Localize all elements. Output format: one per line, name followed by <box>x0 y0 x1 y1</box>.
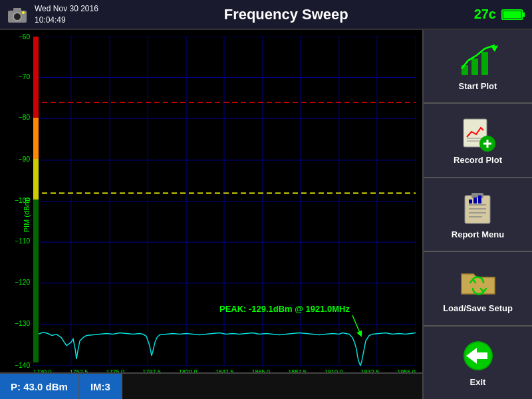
svg-text:PEAK: -129.1dBm @ 1921.0MHz: PEAK: -129.1dBm @ 1921.0MHz <box>219 304 350 314</box>
load-save-setup-icon <box>458 264 498 301</box>
svg-rect-54 <box>473 198 477 203</box>
report-menu-icon <box>458 190 498 227</box>
topbar-right: 27c <box>474 7 525 22</box>
chart-container: PEAK: -129.1dBm @ 1921.0MHz −60 −70 −80 … <box>33 37 416 366</box>
svg-rect-6 <box>523 12 525 17</box>
svg-rect-7 <box>503 11 521 18</box>
svg-point-4 <box>22 11 25 14</box>
svg-rect-38 <box>471 59 478 75</box>
report-menu-label: Report Menu <box>452 229 504 239</box>
date: Wed Nov 30 2016 <box>35 3 98 15</box>
start-plot-label: Start Plot <box>459 81 497 91</box>
chart-svg: PEAK: -129.1dBm @ 1921.0MHz <box>33 37 416 366</box>
record-plot-label: Record Plot <box>454 155 502 165</box>
record-plot-icon <box>458 116 498 152</box>
datetime: Wed Nov 30 2016 10:04:49 <box>35 3 98 26</box>
page-title: Frequency Sweep <box>98 6 474 23</box>
load-save-setup-label: Load/Save Setup <box>443 303 513 313</box>
bottombar: P: 43.0 dBm IM:3 <box>0 372 422 399</box>
load-save-setup-button[interactable]: Load/Save Setup <box>424 252 532 326</box>
svg-rect-59 <box>477 352 487 359</box>
temperature-display: 27c <box>474 7 496 22</box>
svg-point-2 <box>15 14 20 19</box>
topbar: Wed Nov 30 2016 10:04:49 Frequency Sweep… <box>0 0 532 30</box>
chart-area: PIM (dBm) <box>0 30 422 399</box>
svg-rect-53 <box>469 200 472 203</box>
time: 10:04:49 <box>35 15 98 26</box>
start-plot-button[interactable]: Start Plot <box>424 30 532 104</box>
camera-icon <box>7 5 28 24</box>
exit-icon <box>458 338 498 374</box>
exit-button[interactable]: Exit <box>424 327 532 399</box>
svg-rect-47 <box>465 196 490 223</box>
main-layout: PIM (dBm) <box>0 30 532 399</box>
svg-rect-55 <box>478 196 481 203</box>
y-axis-ticks: −60 −70 −80 −90 −100 −110 −120 −130 −140 <box>3 37 31 366</box>
topbar-left: Wed Nov 30 2016 10:04:49 <box>7 3 98 26</box>
report-menu-button[interactable]: Report Menu <box>424 178 532 252</box>
record-plot-button[interactable]: Record Plot <box>424 104 532 178</box>
power-badge: P: 43.0 dBm <box>0 374 80 399</box>
battery-icon <box>501 8 525 21</box>
svg-rect-3 <box>13 8 21 11</box>
exit-label: Exit <box>470 377 486 387</box>
sidebar: Start Plot Record Plot <box>422 30 532 399</box>
start-plot-icon <box>458 42 498 78</box>
svg-rect-39 <box>481 52 488 75</box>
im-badge: IM:3 <box>80 374 122 399</box>
svg-rect-48 <box>471 193 483 198</box>
